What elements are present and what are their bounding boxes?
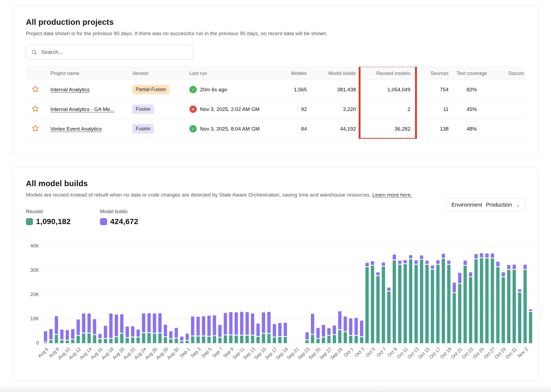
bar-sep-25[interactable] <box>316 328 320 343</box>
bar-segment-reused <box>441 258 445 343</box>
favorite-star-button[interactable] <box>31 85 40 93</box>
bar-sep-14[interactable] <box>256 323 260 343</box>
bar-aug-16[interactable] <box>98 334 102 343</box>
bar-sep-24[interactable] <box>311 313 314 343</box>
bar-oct-8[interactable] <box>387 287 391 343</box>
bar-aug-31[interactable] <box>180 336 184 343</box>
bar-oct-28[interactable] <box>496 261 500 343</box>
bar-oct-20[interactable] <box>452 282 456 343</box>
bar-aug-7[interactable] <box>49 329 53 343</box>
bar-sep-23[interactable] <box>305 332 309 343</box>
bar-segment-reused <box>518 292 522 343</box>
bar-oct-22[interactable] <box>463 260 467 343</box>
bar-aug-26[interactable] <box>153 313 156 343</box>
bar-sep-1[interactable] <box>185 333 189 343</box>
bar-nov-3[interactable] <box>529 309 532 343</box>
bar-sep-5[interactable] <box>207 315 211 343</box>
bar-sep-27[interactable] <box>327 328 331 343</box>
bar-aug-27[interactable] <box>158 313 162 343</box>
bar-aug-18[interactable] <box>109 313 113 343</box>
bar-oct-11[interactable] <box>403 260 407 343</box>
bar-aug-13[interactable] <box>82 313 86 343</box>
bar-aug-30[interactable] <box>174 328 178 343</box>
bar-oct-4[interactable] <box>365 263 369 343</box>
bar-segment-reused <box>93 335 96 343</box>
bar-oct-31[interactable] <box>512 264 516 343</box>
bar-sep-30[interactable] <box>343 316 347 343</box>
bar-aug-23[interactable] <box>136 329 140 343</box>
bar-sep-16[interactable] <box>267 312 271 343</box>
bar-aug-11[interactable] <box>71 329 75 343</box>
bar-aug-25[interactable] <box>147 313 151 343</box>
bar-sep-4[interactable] <box>202 316 205 343</box>
bar-aug-6[interactable] <box>44 331 47 343</box>
bar-oct-17[interactable] <box>436 260 440 343</box>
favorite-star-button[interactable] <box>31 104 40 113</box>
bar-oct-30[interactable] <box>507 265 511 343</box>
bar-sep-19[interactable] <box>283 322 287 343</box>
bar-sep-28[interactable] <box>332 325 336 343</box>
bar-oct-14[interactable] <box>420 255 423 343</box>
bar-nov-1[interactable] <box>518 289 522 343</box>
bar-oct-18[interactable] <box>441 254 445 343</box>
bar-oct-19[interactable] <box>447 260 451 343</box>
bar-aug-21[interactable] <box>125 326 129 343</box>
bar-nov-2[interactable] <box>523 264 527 343</box>
bar-aug-14[interactable] <box>87 313 91 343</box>
bar-aug-12[interactable] <box>76 319 80 343</box>
bar-aug-22[interactable] <box>131 326 135 343</box>
bar-aug-29[interactable] <box>169 331 173 343</box>
bar-sep-11[interactable] <box>240 312 244 343</box>
bar-aug-20[interactable] <box>120 314 124 343</box>
bar-sep-7[interactable] <box>218 325 222 343</box>
bar-sep-18[interactable] <box>278 323 282 343</box>
bar-oct-1[interactable] <box>349 318 353 343</box>
bar-aug-10[interactable] <box>65 330 69 343</box>
favorite-star-button[interactable] <box>31 124 40 132</box>
bar-sep-13[interactable] <box>251 313 255 343</box>
bar-oct-23[interactable] <box>469 272 473 343</box>
bar-oct-3[interactable] <box>360 320 364 343</box>
bar-aug-17[interactable] <box>104 325 107 343</box>
bar-sep-12[interactable] <box>245 312 249 343</box>
bar-oct-24[interactable] <box>474 254 478 343</box>
bar-oct-27[interactable] <box>491 253 494 343</box>
bar-oct-9[interactable] <box>392 254 396 343</box>
bar-sep-3[interactable] <box>196 316 200 343</box>
bar-oct-2[interactable] <box>354 318 358 343</box>
bar-oct-26[interactable] <box>485 253 489 343</box>
bar-sep-15[interactable] <box>262 312 265 343</box>
search-input[interactable] <box>41 49 188 55</box>
bar-aug-15[interactable] <box>93 319 96 343</box>
bar-oct-25[interactable] <box>480 253 483 343</box>
bar-oct-7[interactable] <box>382 262 385 343</box>
bar-oct-6[interactable] <box>376 272 380 343</box>
learn-more-link[interactable]: Learn more here. <box>372 192 412 198</box>
project-name-link[interactable]: Internal Analytics - GA Me... <box>50 106 114 112</box>
bar-sep-8[interactable] <box>223 313 227 343</box>
bar-aug-19[interactable] <box>114 314 118 343</box>
bar-oct-10[interactable] <box>398 260 402 343</box>
bar-oct-12[interactable] <box>409 255 413 343</box>
project-name-link[interactable]: Vortex Event Analytics <box>50 126 102 132</box>
bar-sep-29[interactable] <box>338 311 342 343</box>
bar-aug-9[interactable] <box>60 329 64 343</box>
bar-aug-28[interactable] <box>164 324 167 343</box>
bar-sep-10[interactable] <box>234 312 238 343</box>
bar-oct-21[interactable] <box>458 273 462 343</box>
bar-sep-2[interactable] <box>191 316 195 343</box>
bar-oct-15[interactable] <box>425 260 429 343</box>
bar-oct-16[interactable] <box>431 265 434 343</box>
bar-sep-6[interactable] <box>213 315 216 343</box>
bar-oct-29[interactable] <box>501 272 505 343</box>
bar-sep-17[interactable] <box>273 324 276 343</box>
environment-select[interactable]: Environment Production ⌄ <box>446 198 525 211</box>
bar-sep-26[interactable] <box>322 325 325 343</box>
project-name-link[interactable]: Internal Analytics <box>50 87 90 92</box>
bar-aug-8[interactable] <box>55 316 58 343</box>
bar-oct-5[interactable] <box>371 261 374 343</box>
bar-oct-13[interactable] <box>414 260 418 343</box>
bar-sep-9[interactable] <box>229 312 233 343</box>
bar-aug-24[interactable] <box>142 313 146 343</box>
project-name-cell: Internal Analytics <box>45 80 127 99</box>
